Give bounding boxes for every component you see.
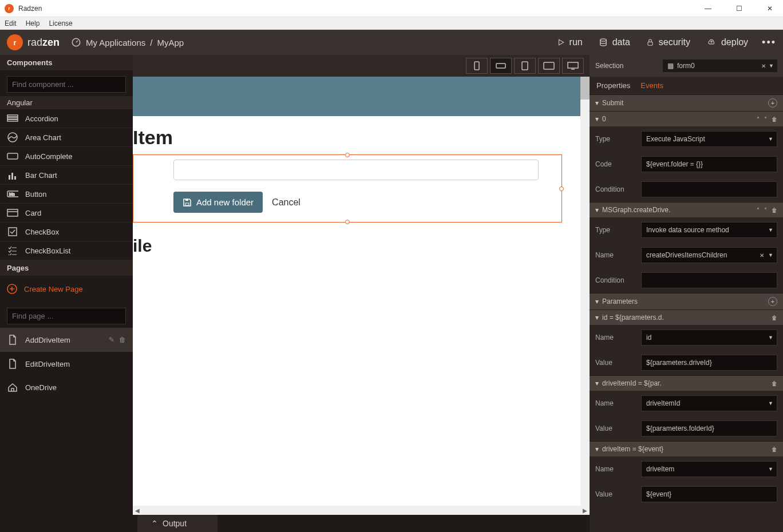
run-button[interactable]: run [557, 37, 583, 47]
tab-events[interactable]: Events [640, 81, 663, 90]
security-button[interactable]: security [646, 37, 690, 47]
component-accordion[interactable]: Accordion [0, 109, 133, 128]
handler-1-header[interactable]: ▾MSGraph.createDrive.˄˅🗑 [590, 202, 783, 217]
form-icon: ▦ [667, 62, 674, 70]
handler-0-header[interactable]: ▾0˄˅🗑 [590, 111, 783, 126]
resize-handle-s[interactable] [345, 220, 350, 224]
selection-dropdown[interactable]: ▦ form0 ✕ ▼ [663, 59, 777, 72]
design-canvas[interactable]: Item Add new folder Cancel ile [133, 77, 590, 506]
delete-icon[interactable]: 🗑 [772, 380, 777, 387]
find-component-input[interactable] [7, 76, 126, 93]
close-button[interactable]: ✕ [761, 5, 778, 13]
move-up-icon[interactable]: ˄ [757, 207, 760, 213]
param1-value-input[interactable]: ${parameters.folderId} [641, 420, 777, 436]
canvas-scrollbar-horizontal[interactable]: ◀▶ [133, 506, 590, 515]
topbar: r radzen My Applications / MyApp run dat… [0, 30, 783, 55]
param0-name-select[interactable]: id▼ [641, 329, 777, 346]
handler0-code-input[interactable]: ${event.folder = {}} [641, 156, 777, 172]
device-tablet-portrait[interactable] [514, 58, 536, 74]
menu-edit[interactable]: Edit [5, 19, 17, 27]
component-button[interactable]: btnButton [0, 185, 133, 204]
handler1-condition-input[interactable] [641, 272, 777, 288]
svg-rect-3 [648, 42, 652, 45]
svg-rect-27 [185, 199, 188, 201]
delete-icon[interactable]: 🗑 [772, 446, 777, 452]
event-submit-header[interactable]: ▾Submit+ [590, 94, 783, 111]
find-page-input[interactable] [7, 308, 126, 324]
chevron-down-icon[interactable]: ▼ [769, 63, 774, 69]
edit-page-icon[interactable]: ✎ [109, 336, 114, 344]
output-tab[interactable]: ⌃Output [137, 515, 217, 532]
cancel-button[interactable]: Cancel [272, 197, 300, 208]
move-up-icon[interactable]: ˄ [757, 116, 760, 122]
page-heading-2[interactable]: ile [133, 236, 579, 256]
svg-rect-10 [11, 173, 13, 180]
more-menu-icon[interactable]: ••• [762, 37, 776, 49]
handler0-type-select[interactable]: Execute JavaScript▼ [641, 131, 777, 147]
param0-value-input[interactable]: ${parameters.driveId} [641, 355, 777, 371]
home-icon [7, 383, 18, 392]
param2-value-input[interactable]: ${event} [641, 486, 777, 502]
handler1-type-select[interactable]: Invoke data source method▼ [641, 222, 777, 238]
save-icon [183, 198, 192, 207]
param-driveitemid-header[interactable]: ▾driveItemId = ${par.🗑 [590, 375, 783, 391]
component-checkboxlist[interactable]: CheckBoxList [0, 241, 133, 260]
maximize-button[interactable]: ☐ [730, 5, 748, 13]
device-phone-landscape[interactable] [490, 58, 512, 74]
components-header: Components [0, 55, 133, 70]
tab-properties[interactable]: Properties [596, 81, 630, 90]
parameters-header[interactable]: ▾Parameters+ [590, 293, 783, 309]
card-icon [7, 208, 18, 217]
minimize-button[interactable]: — [699, 5, 717, 13]
page-item-adddriveitem[interactable]: AddDriveItem ✎🗑 [0, 328, 133, 352]
component-autocomplete[interactable]: AutoComplete [0, 147, 133, 166]
menu-help[interactable]: Help [26, 19, 40, 27]
delete-icon[interactable]: 🗑 [772, 207, 777, 213]
delete-icon[interactable]: 🗑 [772, 116, 777, 122]
selected-form[interactable]: Add new folder Cancel [133, 154, 562, 223]
menu-license[interactable]: License [49, 19, 72, 27]
accordion-icon [7, 114, 18, 123]
move-down-icon[interactable]: ˅ [764, 207, 767, 213]
device-phone-portrait[interactable] [466, 58, 488, 74]
folder-name-input[interactable] [173, 160, 539, 180]
component-area-chart[interactable]: Area Chart [0, 128, 133, 147]
add-parameter-icon[interactable]: + [768, 297, 777, 306]
canvas-scrollbar-vertical[interactable] [580, 77, 590, 506]
svg-text:btn: btn [9, 192, 15, 196]
add-new-folder-button[interactable]: Add new folder [173, 192, 263, 213]
add-handler-icon[interactable]: + [768, 98, 777, 108]
device-desktop[interactable] [562, 58, 584, 74]
svg-rect-22 [522, 62, 528, 70]
resize-handle-n[interactable] [345, 153, 350, 157]
create-new-page-button[interactable]: Create New Page [0, 276, 133, 302]
deploy-button[interactable]: deploy [706, 37, 748, 47]
component-checkbox[interactable]: CheckBox [0, 223, 133, 241]
move-down-icon[interactable]: ˅ [764, 116, 767, 122]
page-item-onedrive[interactable]: OneDrive [0, 376, 133, 399]
component-group-angular[interactable]: Angular [0, 96, 133, 109]
app-logo-icon: r [5, 4, 14, 13]
titlebar: r Radzen — ☐ ✕ [0, 0, 783, 17]
page-heading-1[interactable]: Item [133, 126, 579, 149]
handler1-name-select[interactable]: createDrivesItemsChildren✕▼ [641, 247, 777, 263]
device-tablet-landscape[interactable] [538, 58, 560, 74]
component-bar-chart[interactable]: Bar Chart [0, 166, 133, 185]
param1-name-select[interactable]: driveItemId▼ [641, 395, 777, 411]
svg-rect-14 [7, 209, 18, 216]
handler0-condition-input[interactable] [641, 181, 777, 197]
gauge-icon [71, 37, 81, 47]
data-button[interactable]: data [599, 37, 630, 47]
component-card[interactable]: Card [0, 204, 133, 223]
clear-selection-icon[interactable]: ✕ [761, 63, 766, 69]
param-driveitem-header[interactable]: ▾driveItem = ${event}🗑 [590, 441, 783, 456]
autocomplete-icon [7, 152, 18, 161]
page-item-editdriveitem[interactable]: EditDriveItem [0, 352, 133, 376]
delete-page-icon[interactable]: 🗑 [119, 336, 126, 344]
svg-rect-16 [9, 228, 17, 236]
delete-icon[interactable]: 🗑 [772, 315, 777, 321]
param-id-header[interactable]: ▾id = ${parameters.d.🗑 [590, 309, 783, 325]
breadcrumb[interactable]: My Applications / MyApp [71, 37, 184, 47]
param2-name-select[interactable]: driveItem▼ [641, 461, 777, 477]
resize-handle-e[interactable] [559, 186, 564, 191]
